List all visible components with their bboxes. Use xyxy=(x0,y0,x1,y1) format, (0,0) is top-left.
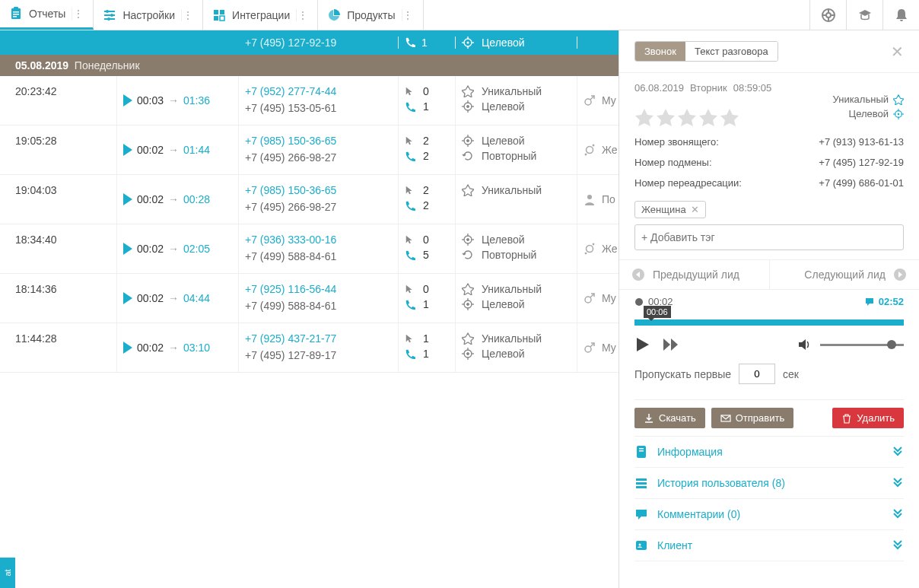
star-icon[interactable] xyxy=(720,107,739,127)
svg-rect-47 xyxy=(637,446,646,458)
download-button[interactable]: Скачать xyxy=(634,408,705,428)
svg-rect-13 xyxy=(13,14,19,15)
prev-lead-button[interactable]: Предыдущий лид xyxy=(619,260,769,289)
gender-cell: Же xyxy=(577,224,618,273)
nav-reports[interactable]: Отчеты ⋮ xyxy=(0,0,94,30)
dots-icon[interactable]: ⋮ xyxy=(72,8,84,20)
phone-cell: +7 (936) 333-00-16+7 (499) 588-84-61 xyxy=(239,224,399,273)
play-icon[interactable] xyxy=(123,193,132,205)
acc-client[interactable]: Клиент xyxy=(634,530,904,561)
cursor-icon xyxy=(405,234,415,245)
dots-icon[interactable]: ⋮ xyxy=(402,9,414,21)
duration-cell: 00:02→02:05 xyxy=(117,224,239,273)
caller-phone[interactable]: +7 (925) 116-56-44 xyxy=(245,283,392,295)
tags-cell: ЦелевойПовторный xyxy=(456,126,577,174)
stats-cell: 11 xyxy=(399,323,456,372)
player-track[interactable]: 00:06 xyxy=(634,319,904,326)
play-icon[interactable] xyxy=(123,292,132,304)
tab-transcript[interactable]: Текст разговора xyxy=(685,42,777,61)
svg-point-45 xyxy=(635,298,643,306)
tags-cell: УникальныйЦелевой xyxy=(456,274,577,323)
caller-phone[interactable]: +7 (985) 150-36-65 xyxy=(245,184,392,196)
next-lead-button[interactable]: Следующий лид xyxy=(769,260,920,289)
add-tag-input[interactable] xyxy=(634,224,904,250)
tag-icon xyxy=(462,249,474,261)
play-icon[interactable] xyxy=(123,342,132,354)
volume-icon[interactable] xyxy=(797,337,812,352)
table-row[interactable]: 18:34:4000:02→02:05+7 (936) 333-00-16+7 … xyxy=(0,224,618,274)
caller-phone[interactable]: +7 (936) 333-00-16 xyxy=(245,234,392,246)
play-button[interactable] xyxy=(634,336,651,353)
marker-icon xyxy=(634,297,644,307)
dots-icon[interactable]: ⋮ xyxy=(181,9,193,21)
acc-comments[interactable]: Комментарии (0) xyxy=(634,499,904,530)
star-icon[interactable] xyxy=(677,107,697,127)
remove-tag-icon[interactable]: ✕ xyxy=(691,204,699,215)
nav-integrations[interactable]: Интеграции ⋮ xyxy=(203,0,318,30)
table-row[interactable]: 20:23:4200:03→01:36+7 (952) 277-74-44+7 … xyxy=(0,76,618,126)
delete-button[interactable]: Удалить xyxy=(832,408,904,428)
bell-icon[interactable] xyxy=(882,0,919,30)
phone-cell: +7 (925) 116-56-44+7 (499) 588-84-61 xyxy=(239,274,399,323)
top-nav: Отчеты ⋮ Настройки ⋮ Интеграции ⋮ Продук… xyxy=(0,0,919,30)
caller-phone[interactable]: +7 (952) 277-74-44 xyxy=(245,85,392,97)
play-icon[interactable] xyxy=(123,243,132,255)
tab-call[interactable]: Звонок xyxy=(635,42,685,61)
table-row[interactable]: 19:05:2800:02→01:44+7 (985) 150-36-65+7 … xyxy=(0,126,618,175)
duration-cell: 00:03→01:36 xyxy=(117,76,239,125)
chat-tab[interactable]: at xyxy=(0,558,15,588)
cursor-icon xyxy=(405,284,415,294)
tag-icon xyxy=(462,332,474,345)
table-row[interactable]: 19:04:0300:02→00:28+7 (985) 150-36-65+7 … xyxy=(0,175,618,224)
tags-cell: ЦелевойПовторный xyxy=(456,224,577,273)
call-table: +7 (495) 127-92-19 1 Целевой 05.08.2019 … xyxy=(0,30,618,588)
svg-rect-50 xyxy=(636,478,647,481)
star-icon[interactable] xyxy=(698,107,718,127)
svg-rect-51 xyxy=(636,482,647,485)
nav-right xyxy=(809,0,919,30)
gender-cell: Му xyxy=(577,274,618,323)
chevron-down-icon xyxy=(893,446,904,459)
tag-icon xyxy=(462,150,474,162)
stats-cell: 22 xyxy=(399,126,456,174)
stats-cell: 22 xyxy=(399,175,456,224)
duration-cell: 00:02→00:28 xyxy=(117,175,239,224)
close-icon[interactable]: ✕ xyxy=(891,43,904,61)
phone-cell: +7 (985) 150-36-65+7 (495) 266-98-27 xyxy=(239,126,399,174)
tag-chip[interactable]: Женщина✕ xyxy=(634,201,706,218)
trash-icon xyxy=(841,413,852,424)
nav-settings[interactable]: Настройки ⋮ xyxy=(94,0,203,30)
svg-rect-21 xyxy=(214,10,218,14)
info-value: +7 (499) 686-01-01 xyxy=(819,177,904,189)
play-icon[interactable] xyxy=(123,144,132,156)
comment-icon xyxy=(865,297,874,307)
table-row[interactable]: 18:14:3600:02→04:44+7 (925) 116-56-44+7 … xyxy=(0,274,618,323)
education-icon[interactable] xyxy=(846,0,882,30)
star-icon[interactable] xyxy=(656,107,676,127)
send-button[interactable]: Отправить xyxy=(711,408,793,428)
svg-point-19 xyxy=(110,14,113,17)
svg-rect-14 xyxy=(13,16,17,17)
comment-icon xyxy=(634,507,648,521)
phone-icon xyxy=(405,200,415,211)
svg-point-32 xyxy=(467,42,469,44)
gender-icon xyxy=(584,94,596,106)
caller-phone[interactable]: +7 (925) 437-21-77 xyxy=(245,332,392,345)
support-icon[interactable] xyxy=(809,0,846,30)
table-row[interactable]: 11:44:2800:02→03:10+7 (925) 437-21-77+7 … xyxy=(0,323,618,373)
play-icon[interactable] xyxy=(123,94,132,106)
acc-info[interactable]: Информация xyxy=(634,437,904,468)
svg-rect-12 xyxy=(13,11,19,13)
gender-cell: Же xyxy=(577,126,618,174)
forward-button[interactable] xyxy=(662,336,680,353)
skip-control: Пропускать первые сек xyxy=(634,364,904,393)
dots-icon[interactable]: ⋮ xyxy=(296,9,308,21)
nav-products[interactable]: Продукты ⋮ xyxy=(318,0,423,30)
skip-input[interactable] xyxy=(739,364,775,384)
star-icon[interactable] xyxy=(634,107,654,127)
acc-history[interactable]: История пользователя (8) xyxy=(634,468,904,499)
volume-slider[interactable] xyxy=(820,344,904,346)
caller-phone[interactable]: +7 (985) 150-36-65 xyxy=(245,135,392,147)
tag-icon xyxy=(462,283,474,295)
gender-icon xyxy=(584,342,596,354)
